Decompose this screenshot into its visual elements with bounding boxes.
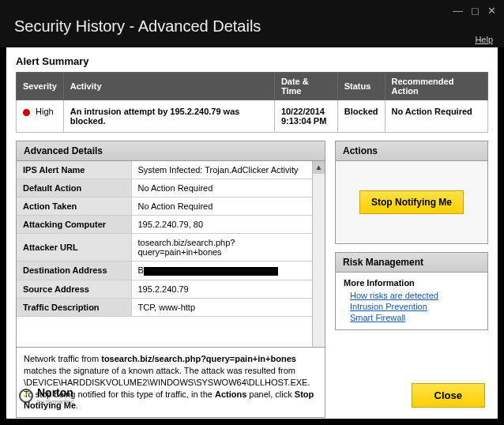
col-status: Status <box>337 73 385 100</box>
action-taken-value: No Action Required <box>131 197 312 216</box>
alert-summary-heading: Alert Summary <box>16 55 488 67</box>
default-action-label: Default Action <box>17 179 131 197</box>
col-datetime: Date & Time <box>274 73 337 100</box>
advanced-details-panel: Advanced Details ▲ IPS Alert NameSystem … <box>16 141 325 348</box>
attacker-url-value: tosearch.biz/search.php?query=pain+in+bo… <box>131 234 312 261</box>
footer: Norton by Symantec Close <box>16 375 488 411</box>
severity-value: High <box>36 107 54 116</box>
attacking-computer-value: 195.2.240.79, 80 <box>131 216 312 234</box>
link-intrusion-prevention[interactable]: Intrusion Prevention <box>350 302 480 311</box>
brand-name: Norton <box>37 386 73 399</box>
destination-address-label: Destination Address <box>17 261 131 280</box>
app-window: — ◻ ✕ Security History - Advanced Detail… <box>0 0 504 425</box>
col-severity: Severity <box>17 73 64 100</box>
stop-notifying-button[interactable]: Stop Notifying Me <box>359 190 464 214</box>
attacking-computer-label: Attacking Computer <box>17 216 131 234</box>
time-value: 9:13:04 PM <box>281 116 326 126</box>
source-address-value: 195.2.240.79 <box>131 280 312 298</box>
traffic-description-value: TCP, www-http <box>131 298 312 316</box>
help-link[interactable]: Help <box>475 35 493 44</box>
minimize-icon[interactable]: — <box>453 5 463 17</box>
advanced-details-heading: Advanced Details <box>17 141 325 161</box>
more-information-label: More Information <box>344 278 480 288</box>
link-how-risks-detected[interactable]: How risks are detected <box>350 291 480 300</box>
date-value: 10/22/2014 <box>281 107 325 116</box>
risk-management-heading: Risk Management <box>336 253 487 273</box>
actions-panel: Actions Stop Notifying Me <box>335 141 488 244</box>
severity-dot-icon <box>23 109 30 116</box>
ips-name-label: IPS Alert Name <box>17 161 131 179</box>
scrollbar[interactable]: ▲ <box>312 161 325 347</box>
link-smart-firewall[interactable]: Smart Firewall <box>350 313 480 322</box>
alert-row: High An intrusion attempt by 195.2.240.7… <box>17 100 488 133</box>
status-value: Blocked <box>344 107 378 116</box>
destination-prefix: B <box>138 265 144 275</box>
activity-value: An intrusion attempt by 195.2.240.79 was… <box>70 107 240 126</box>
destination-redacted <box>144 267 278 276</box>
col-activity: Activity <box>63 73 274 100</box>
traffic-description-label: Traffic Description <box>17 298 131 316</box>
brand-sub: by Symantec <box>37 399 73 405</box>
maximize-icon[interactable]: ◻ <box>471 5 480 17</box>
actions-heading: Actions <box>336 141 487 161</box>
alert-summary-table: Severity Activity Date & Time Status Rec… <box>16 72 488 133</box>
norton-logo-icon <box>19 389 33 403</box>
ips-name-value: System Infected: Trojan.AdClicker Activi… <box>131 161 312 179</box>
close-button[interactable]: Close <box>412 383 485 408</box>
source-address-label: Source Address <box>17 280 131 298</box>
content-area: Alert Summary Severity Activity Date & T… <box>6 47 498 419</box>
attacker-url-label: Attacker URL <box>17 234 131 261</box>
col-recommended: Recommended Action <box>385 73 487 100</box>
scroll-up-icon[interactable]: ▲ <box>313 161 325 174</box>
recommended-value: No Action Required <box>392 107 472 116</box>
norton-logo: Norton by Symantec <box>19 386 73 405</box>
action-taken-label: Action Taken <box>17 197 131 216</box>
default-action-value: No Action Required <box>131 179 312 197</box>
titlebar: — ◻ ✕ Security History - Advanced Detail… <box>0 0 504 47</box>
advanced-details-table: IPS Alert NameSystem Infected: Trojan.Ad… <box>17 161 312 317</box>
risk-management-panel: Risk Management More Information How ris… <box>335 252 488 330</box>
close-window-icon[interactable]: ✕ <box>487 5 496 17</box>
window-title: Security History - Advanced Details <box>14 17 490 36</box>
